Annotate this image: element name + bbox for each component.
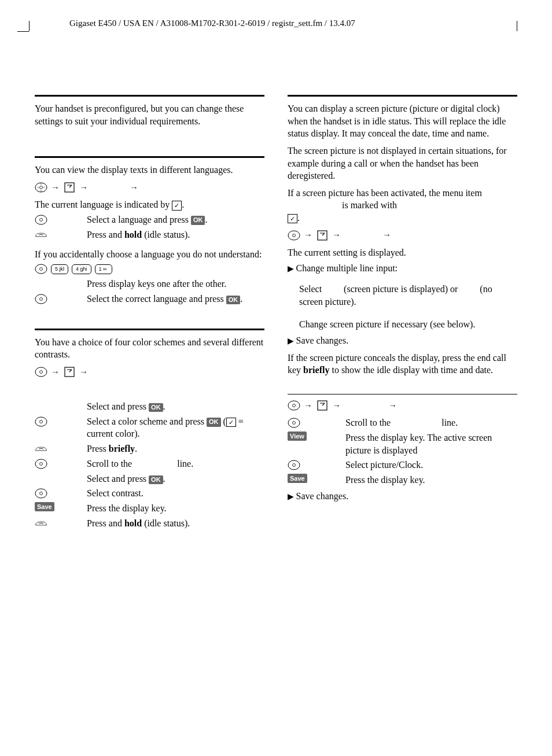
svg-point-18 — [288, 231, 300, 240]
step-text: Select contrast. — [87, 487, 264, 500]
screen-p2: The screen picture is not displayed in c… — [288, 145, 517, 182]
nav-path: → → → — [35, 181, 264, 194]
control-circle-icon — [288, 229, 300, 242]
view-button-icon: View — [288, 432, 307, 441]
step-text: Scroll to the line. — [345, 416, 517, 429]
color-intro: You have a choice of four color schemes … — [35, 336, 264, 361]
right-column: You can display a screen picture (pictur… — [288, 87, 517, 532]
svg-point-26 — [288, 460, 300, 470]
svg-point-15 — [40, 462, 43, 465]
ok-button-icon: OK — [191, 216, 205, 224]
endcall-key-icon — [35, 517, 47, 530]
svg-point-27 — [293, 464, 296, 467]
control-circle-icon — [35, 213, 47, 226]
save-button-icon: Save — [288, 474, 307, 483]
control-circle-icon — [35, 458, 47, 470]
bullet-3: ▶ Save changes. — [288, 490, 517, 503]
step-text: Press briefly. — [87, 442, 264, 455]
control-circle-icon — [288, 399, 300, 412]
key-4: 4 ghi — [72, 264, 91, 274]
step-text: Press the display key. The active screen… — [345, 432, 517, 456]
menu-box-icon — [63, 181, 76, 194]
endcall-key-icon — [35, 442, 47, 455]
step-text: Scroll to the line. — [87, 458, 264, 470]
control-circle-icon — [35, 366, 47, 378]
svg-point-16 — [35, 489, 47, 498]
step-text: Select a color scheme and press OK (✓ = … — [87, 415, 264, 440]
bullet-2: ▶ Save changes. — [288, 334, 517, 347]
intro-text: Your handset is preconfigured, but you c… — [35, 102, 264, 127]
screen-p4: The current setting is displayed. — [288, 246, 517, 259]
menu-box-icon — [316, 399, 329, 412]
lang-current: The current language is indicated by ✓. — [35, 198, 264, 211]
step-text: Select and press OK. — [87, 473, 264, 485]
control-circle-icon — [288, 416, 300, 429]
step-text: Press display keys one after the other. — [87, 278, 264, 290]
svg-point-1 — [40, 186, 43, 189]
nav-path: → → → — [288, 399, 517, 412]
svg-point-25 — [293, 421, 296, 424]
left-column: Your handset is preconfigured, but you c… — [35, 87, 264, 532]
nav-path: → → — [35, 366, 264, 378]
menu-box-icon — [63, 366, 76, 378]
control-circle-icon — [35, 263, 47, 275]
svg-point-12 — [35, 417, 47, 426]
svg-point-7 — [35, 294, 47, 304]
endcall-key-icon — [35, 228, 47, 241]
step-text: Press and hold (idle status). — [87, 228, 264, 241]
control-circle-icon — [35, 415, 47, 428]
control-circle-icon — [35, 293, 47, 305]
nav-path: → → → — [288, 229, 517, 242]
screen-p3: If a screen picture has been activated, … — [288, 187, 517, 224]
svg-point-8 — [40, 297, 43, 300]
select-line: Select (screen picture is displayed) or … — [299, 283, 517, 308]
svg-point-14 — [35, 459, 47, 469]
svg-point-24 — [288, 418, 300, 427]
svg-point-9 — [35, 367, 47, 377]
svg-point-22 — [293, 404, 296, 407]
svg-point-21 — [288, 401, 300, 410]
control-circle-icon — [35, 181, 47, 194]
lang-intro: You can view the display texts in differ… — [35, 164, 264, 176]
key-5: 5 jkl — [51, 264, 68, 274]
svg-point-4 — [40, 218, 43, 221]
ok-button-icon: OK — [226, 296, 241, 304]
save-button-icon: Save — [35, 502, 54, 511]
bullet-1: ▶ Change multiple line input: — [288, 262, 517, 275]
control-circle-icon — [288, 459, 300, 471]
svg-point-5 — [35, 264, 47, 274]
control-circle-icon — [35, 487, 47, 500]
step-text: Press and hold (idle status). — [87, 517, 264, 530]
svg-point-17 — [40, 492, 43, 495]
svg-point-3 — [35, 215, 47, 224]
screen-p5: If the screen picture conceals the displ… — [288, 352, 517, 377]
svg-point-10 — [40, 371, 43, 374]
screen-p1: You can display a screen picture (pictur… — [288, 102, 517, 140]
doc-header: Gigaset E450 / USA EN / A31008-M1702-R30… — [35, 17, 517, 29]
step-text: Select and press OK. — [87, 400, 264, 413]
check-icon: ✓ — [172, 201, 182, 210]
step-text: Press the display key. — [87, 502, 264, 515]
menu-box-icon — [316, 229, 329, 242]
svg-point-13 — [40, 420, 43, 423]
lang-accident: If you accidentally choose a language yo… — [35, 248, 264, 261]
step-text: Select the correct language and press OK… — [87, 293, 264, 305]
svg-point-6 — [40, 268, 43, 271]
change-pic: Change screen picture if necessary (see … — [299, 318, 517, 331]
step-text: Press the display key. — [345, 474, 517, 486]
step-text: Select a language and press OK. — [87, 213, 264, 226]
key-1: 1 ∞ — [95, 264, 112, 274]
svg-point-19 — [293, 234, 296, 237]
step-text: Select picture/Clock. — [345, 459, 517, 471]
